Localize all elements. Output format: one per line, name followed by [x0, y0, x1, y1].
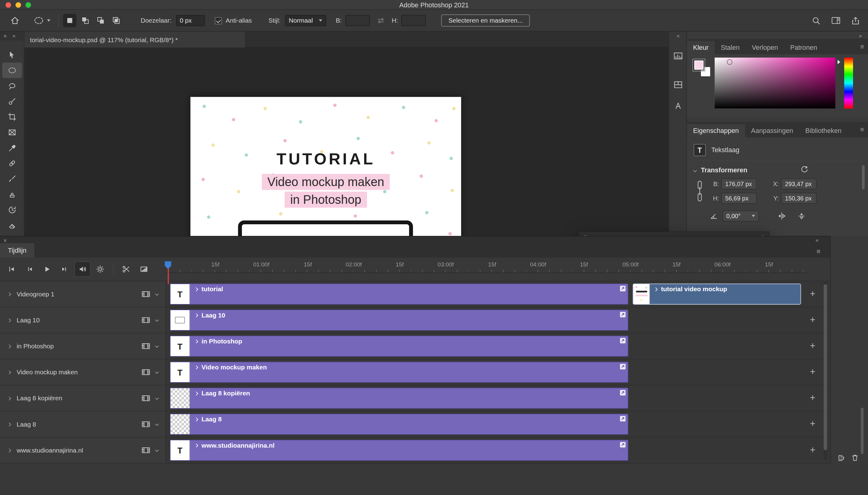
character-panel-button[interactable]	[669, 96, 687, 115]
clip-chevron-icon[interactable]	[194, 287, 198, 291]
document-tab[interactable]: torial-video-mockup.psd @ 117% (tutorial…	[24, 32, 246, 48]
mute-audio-button[interactable]	[74, 261, 91, 277]
hue-slider[interactable]	[844, 58, 853, 109]
track-media-icon[interactable]	[142, 447, 150, 454]
delete-button[interactable]	[851, 454, 859, 462]
tool-crop[interactable]	[2, 109, 22, 125]
search-button[interactable]	[812, 16, 821, 25]
flip-horizontal-button[interactable]	[777, 211, 787, 220]
clip-laag-10[interactable]: Laag 10	[170, 309, 628, 330]
clip-chevron-icon[interactable]	[194, 417, 198, 421]
home-button[interactable]	[10, 16, 20, 25]
clip-chevron-icon[interactable]	[194, 339, 198, 343]
expand-dock-icon[interactable]: «	[669, 32, 686, 39]
track-expand-chevron-icon[interactable]	[7, 448, 11, 452]
flip-vertical-button[interactable]	[797, 211, 807, 220]
track-expand-chevron-icon[interactable]	[7, 344, 11, 348]
track-expand-chevron-icon[interactable]	[7, 318, 11, 322]
track-header-laag-8[interactable]: Laag 8	[0, 412, 166, 437]
panel-scrollbar[interactable]	[861, 408, 864, 454]
new-selection-mode-button[interactable]	[63, 14, 77, 27]
clip-video-mockup-maken[interactable]: T Video mockup maken	[170, 362, 628, 383]
track-header-laag-10[interactable]: Laag 10	[0, 307, 166, 333]
clip-chevron-icon[interactable]	[654, 287, 658, 291]
tab-patronen[interactable]: Patronen	[784, 41, 823, 54]
clip-laag-8[interactable]: Laag 8	[170, 414, 628, 435]
clip-laag-8-kopieren[interactable]: Laag 8 kopiëren	[170, 388, 628, 409]
playhead[interactable]	[164, 261, 172, 294]
clip-chevron-icon[interactable]	[194, 391, 198, 395]
timeline-ruler[interactable]: 15f 01:00f 15f 02:00f 15f 03:00f 15f 04:…	[166, 258, 809, 273]
tool-spot-healing[interactable]	[2, 155, 22, 171]
tab-aanpassingen[interactable]: Aanpassingen	[745, 124, 799, 137]
tool-move[interactable]	[2, 47, 22, 63]
track-header-in-photoshop[interactable]: in Photoshop	[0, 334, 166, 359]
track-media-icon[interactable]	[142, 369, 150, 376]
section-chevron-icon[interactable]	[693, 168, 697, 172]
track-header-videogroep-1[interactable]: Videogroep 1	[0, 281, 166, 307]
track-options-chevron-icon[interactable]	[155, 318, 159, 322]
workspace-switcher-button[interactable]	[831, 16, 841, 25]
add-media-button[interactable]: +	[806, 313, 819, 327]
track-options-chevron-icon[interactable]	[155, 344, 159, 348]
track-options-chevron-icon[interactable]	[155, 292, 159, 296]
antialias-checkbox[interactable]	[215, 17, 222, 24]
play-button[interactable]	[39, 261, 55, 277]
add-media-button[interactable]: +	[806, 391, 819, 405]
previous-frame-button[interactable]	[21, 261, 38, 277]
y-input[interactable]: 150,36 px	[781, 193, 816, 204]
track-media-icon[interactable]	[142, 317, 150, 324]
go-to-first-frame-button[interactable]	[3, 261, 20, 277]
subtract-selection-mode-button[interactable]	[94, 14, 107, 27]
clip-chevron-icon[interactable]	[194, 443, 198, 447]
tab-eigenschappen[interactable]: Eigenschappen	[687, 124, 745, 137]
select-and-mask-button[interactable]: Selecteren en maskeren...	[441, 14, 530, 27]
x-input[interactable]: 293,47 px	[781, 178, 816, 189]
tool-elliptical-marquee[interactable]	[2, 63, 22, 78]
add-media-button[interactable]: +	[806, 288, 819, 301]
tab-kleur[interactable]: Kleur	[687, 41, 715, 54]
panel-menu-icon[interactable]: ≡	[861, 126, 864, 133]
track-options-chevron-icon[interactable]	[155, 396, 159, 400]
tool-history-brush[interactable]	[2, 202, 22, 218]
collapse-panel-icon[interactable]: «	[816, 238, 818, 243]
track-expand-chevron-icon[interactable]	[7, 422, 11, 426]
track-options-chevron-icon[interactable]	[155, 422, 159, 426]
tool-clone-stamp[interactable]	[2, 187, 22, 202]
tool-preset-button[interactable]	[33, 16, 50, 25]
panel-scrollbar[interactable]	[862, 165, 865, 189]
add-media-button[interactable]: +	[806, 340, 819, 353]
feather-input[interactable]: 0 px	[176, 15, 205, 26]
h-input[interactable]: 56,69 px	[721, 193, 757, 204]
track-header-video-mockup-maken[interactable]: Video mockup maken	[0, 359, 166, 385]
canvas-area[interactable]: TUTORIAL Video mockup maken in Photoshop	[24, 48, 669, 268]
tool-frame[interactable]	[2, 125, 22, 140]
timeline-scrollbar[interactable]	[824, 282, 827, 460]
panel-menu-icon[interactable]: ≡	[816, 248, 820, 255]
clip-chevron-icon[interactable]	[194, 365, 198, 369]
track-media-icon[interactable]	[142, 421, 150, 428]
info-panel-button[interactable]	[669, 75, 687, 95]
w-input[interactable]: 176,07 px	[721, 178, 757, 189]
clip-chevron-icon[interactable]	[194, 313, 198, 317]
link-layers-button[interactable]	[836, 454, 845, 461]
collapse-dock-icon[interactable]: »	[859, 33, 861, 39]
track-expand-chevron-icon[interactable]	[7, 370, 11, 374]
close-panel-icon[interactable]: ×	[3, 238, 7, 244]
track-header-laag-8-kopieren[interactable]: Laag 8 kopiëren	[0, 386, 166, 411]
tool-brush[interactable]	[2, 171, 22, 187]
style-select[interactable]: Normaal	[285, 15, 326, 26]
tool-lasso[interactable]	[2, 78, 22, 94]
next-frame-button[interactable]	[56, 261, 73, 277]
split-at-playhead-button[interactable]	[118, 261, 135, 277]
tab-bibliotheken[interactable]: Bibliotheken	[799, 124, 848, 137]
saturation-brightness-field[interactable]	[715, 58, 835, 109]
track-options-chevron-icon[interactable]	[155, 370, 159, 374]
track-options-chevron-icon[interactable]	[155, 448, 159, 452]
playhead-marker-icon[interactable]	[164, 261, 172, 269]
track-media-icon[interactable]	[142, 343, 150, 349]
clip-in-photoshop[interactable]: T in Photoshop	[170, 336, 628, 357]
add-media-button[interactable]: +	[806, 365, 819, 379]
reset-transform-button[interactable]	[800, 165, 809, 174]
scrollbar-thumb[interactable]	[824, 284, 827, 450]
